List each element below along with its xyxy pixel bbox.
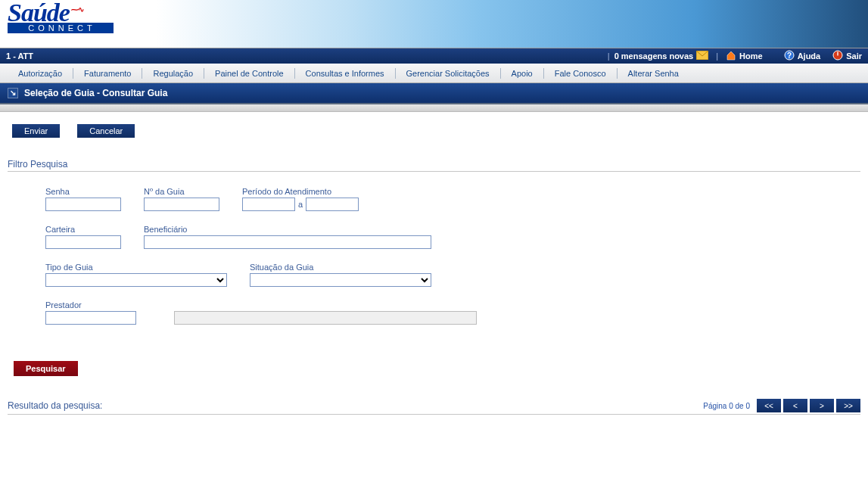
menu-faturamento[interactable]: Faturamento [73,69,142,78]
pager-first-button[interactable]: << [757,399,781,412]
messages-link[interactable]: 0 mensagens novas [614,51,694,61]
senha-label: Senha [45,187,121,196]
tipo-guia-select[interactable] [45,273,227,287]
svg-text:?: ? [787,51,792,60]
enviar-button[interactable]: Enviar [12,124,60,138]
pager-last-button[interactable]: >> [836,399,860,412]
pesquisar-button[interactable]: Pesquisar [14,361,78,376]
help-icon[interactable]: ? [784,50,795,62]
tipo-guia-label: Tipo de Guia [45,263,227,272]
logout-icon[interactable] [832,50,843,62]
menu-regulacao[interactable]: Regulação [142,69,204,78]
svg-rect-4 [838,52,838,56]
help-link[interactable]: Ajuda [798,51,821,61]
beneficiario-label: Beneficiário [144,225,431,234]
prestador-code-input[interactable] [45,311,136,325]
company-label: 1 - ATT [6,51,33,61]
prestador-label: Prestador [45,300,477,310]
situacao-select[interactable] [250,273,431,287]
prestador-name-display [174,311,477,325]
topbar: 1 - ATT | 0 mensagens novas | Home ? Aju… [0,48,868,64]
logout-link[interactable]: Sair [846,51,862,61]
numero-guia-input[interactable] [144,198,219,211]
page-info: Página 0 de 0 [703,402,750,410]
mail-icon[interactable] [696,51,708,61]
separator-bar [0,104,868,112]
pager-next-button[interactable]: > [810,399,834,412]
carteira-input[interactable] [45,235,121,249]
menu-painel[interactable]: Painel de Controle [204,69,294,78]
periodo-sep: a [298,200,303,209]
pager-prev-button[interactable]: < [783,399,807,412]
logo-top-text: Saúde [8,2,70,24]
home-link[interactable]: Home [739,51,763,61]
breadcrumb-text: Seleção de Guia - Consultar Guia [24,88,167,98]
heartbeat-icon: ⁓∿ [71,0,83,21]
logo: Saúde ⁓∿ CONNECT [8,2,114,33]
carteira-label: Carteira [45,225,121,234]
periodo-fim-input[interactable] [306,198,359,211]
periodo-label: Período do Atendimento [242,187,359,196]
filter-form: Senha Nº da Guia Período do Atendimento … [8,187,860,346]
home-icon[interactable] [726,50,736,62]
content-area: Enviar Cancelar Filtro Pesquisa Senha Nº… [0,112,868,475]
cancelar-button[interactable]: Cancelar [77,124,135,138]
menu-alterar-senha[interactable]: Alterar Senha [618,69,689,78]
result-title: Resultado da pesquisa: [8,400,703,411]
senha-input[interactable] [45,198,121,211]
header-banner: Saúde ⁓∿ CONNECT [0,0,868,48]
periodo-inicio-input[interactable] [242,198,295,211]
breadcrumb-arrow-icon [8,88,18,98]
menu-consultas[interactable]: Consultas e Informes [295,69,395,78]
menubar: Autorização Faturamento Regulação Painel… [0,64,868,83]
beneficiario-input[interactable] [144,235,431,249]
menu-apoio[interactable]: Apoio [501,69,543,78]
numero-guia-label: Nº da Guia [144,187,219,196]
breadcrumb: Seleção de Guia - Consultar Guia [0,83,868,104]
result-header: Resultado da pesquisa: Página 0 de 0 << … [8,399,860,415]
menu-autorizacao[interactable]: Autorização [8,69,73,78]
menu-gerenciar[interactable]: Gerenciar Solicitações [396,69,500,78]
situacao-label: Situação da Guia [250,263,431,272]
menu-fale-conosco[interactable]: Fale Conosco [544,69,617,78]
filter-section-title: Filtro Pesquisa [8,159,860,172]
